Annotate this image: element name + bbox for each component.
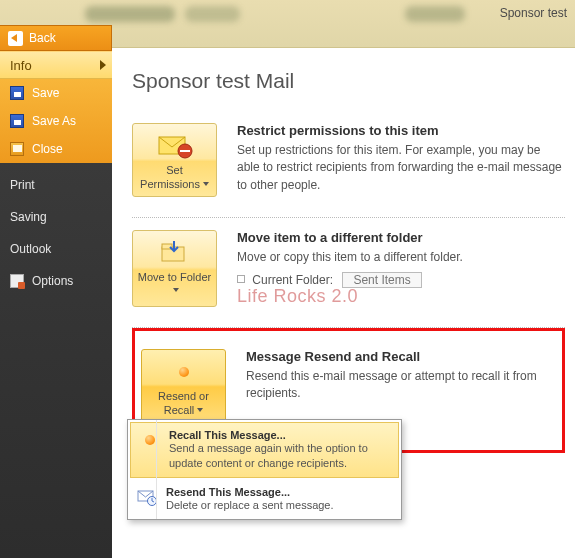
- sidebar-item-saving[interactable]: Saving: [0, 201, 112, 233]
- envelope-restrict-icon: [135, 130, 214, 162]
- recall-icon: [139, 429, 161, 451]
- resend-icon: [136, 486, 158, 508]
- sidebar-item-label: Print: [10, 178, 35, 192]
- sidebar-tab-info[interactable]: Info: [0, 51, 112, 79]
- backstage-sidebar: Info Save Save As Close Print Saving Out…: [0, 51, 112, 558]
- sidebar-item-label: Save: [32, 86, 59, 100]
- bullet-icon: [237, 275, 245, 283]
- button-label: Move to Folder: [135, 271, 214, 299]
- sidebar-item-label: Outlook: [10, 242, 51, 256]
- menu-item-resend[interactable]: Resend This Message... Delete or replace…: [128, 480, 401, 519]
- section-body: Set up restrictions for this item. For e…: [237, 142, 565, 194]
- caret-right-icon: [100, 60, 106, 70]
- envelope-recall-icon: [144, 356, 223, 388]
- menu-item-title: Recall This Message...: [169, 429, 390, 441]
- current-folder-label: Current Folder:: [252, 273, 333, 287]
- window-title-fragment: Sponsor test: [500, 6, 567, 20]
- save-as-icon: [10, 114, 24, 128]
- move-to-folder-button[interactable]: Move to Folder: [132, 230, 217, 307]
- resend-recall-dropdown: Recall This Message... Send a message ag…: [127, 419, 402, 520]
- sidebar-tab-info-label: Info: [10, 58, 32, 73]
- sidebar-item-save-as[interactable]: Save As: [0, 107, 112, 135]
- section-body: Move or copy this item to a different fo…: [237, 249, 463, 266]
- save-icon: [10, 86, 24, 100]
- sidebar-item-save[interactable]: Save: [0, 79, 112, 107]
- menu-item-desc: Delete or replace a sent message.: [166, 498, 334, 513]
- watermark-text: Life Rocks 2.0: [237, 286, 463, 307]
- button-label: Resend or Recall: [144, 390, 223, 418]
- sidebar-item-label: Close: [32, 142, 63, 156]
- sidebar-item-label: Save As: [32, 114, 76, 128]
- section-body: Resend this e-mail message or attempt to…: [246, 368, 556, 403]
- back-button[interactable]: Back: [0, 25, 112, 51]
- back-label: Back: [29, 31, 56, 45]
- sidebar-item-close[interactable]: Close: [0, 135, 112, 163]
- svg-rect-2: [180, 150, 190, 152]
- options-icon: [10, 274, 24, 288]
- menu-item-recall[interactable]: Recall This Message... Send a message ag…: [130, 422, 399, 478]
- button-label: Set Permissions: [135, 164, 214, 192]
- section-move: Move to Folder Move item to a different …: [132, 218, 565, 328]
- folder-move-icon: [135, 237, 214, 269]
- section-title: Move item to a different folder: [237, 230, 463, 245]
- sidebar-item-print[interactable]: Print: [0, 169, 112, 201]
- back-arrow-icon: [8, 31, 23, 46]
- section-title: Restrict permissions to this item: [237, 123, 565, 138]
- menu-item-desc: Send a message again with the option to …: [169, 441, 390, 471]
- sidebar-item-label: Saving: [10, 210, 47, 224]
- menu-item-title: Resend This Message...: [166, 486, 334, 498]
- page-title: Sponsor test Mail: [132, 69, 565, 93]
- sidebar-item-label: Options: [32, 274, 73, 288]
- sidebar-item-options[interactable]: Options: [0, 265, 112, 297]
- set-permissions-button[interactable]: Set Permissions: [132, 123, 217, 197]
- close-folder-icon: [10, 142, 24, 156]
- section-title: Message Resend and Recall: [246, 349, 556, 364]
- section-permissions: Set Permissions Restrict permissions to …: [132, 111, 565, 218]
- resend-or-recall-button[interactable]: Resend or Recall: [141, 349, 226, 423]
- sidebar-item-outlook[interactable]: Outlook: [0, 233, 112, 265]
